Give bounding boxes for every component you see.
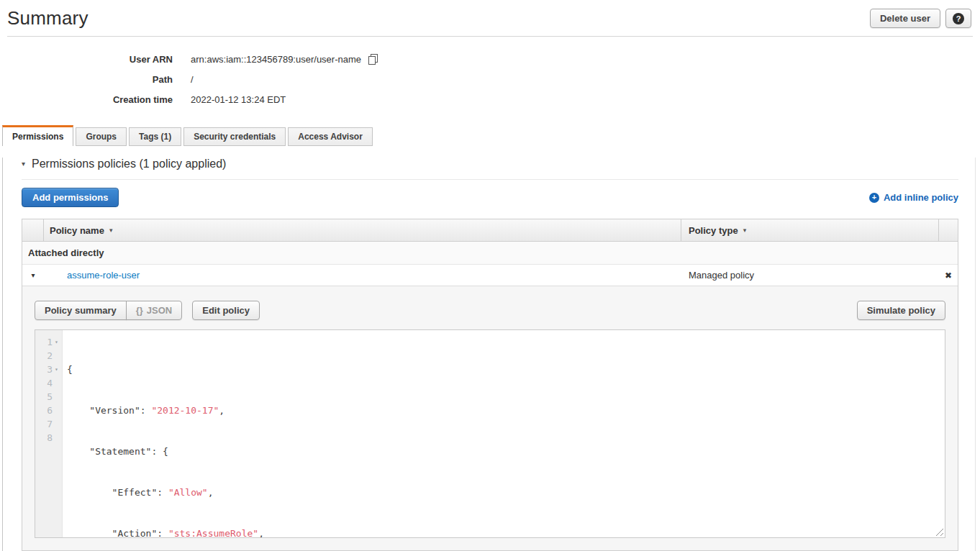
tab-access-advisor[interactable]: Access Advisor bbox=[288, 127, 373, 146]
remove-policy-icon[interactable]: ✖ bbox=[945, 270, 952, 281]
add-permissions-button[interactable]: Add permissions bbox=[22, 188, 119, 207]
header-expand-column bbox=[22, 219, 44, 241]
attached-directly-group-row: Attached directly bbox=[22, 242, 958, 265]
creation-time-label: Creation time bbox=[0, 94, 173, 105]
page-title: Summary bbox=[7, 7, 973, 29]
info-row-path: Path / bbox=[0, 69, 980, 89]
simulate-policy-button[interactable]: Simulate policy bbox=[857, 301, 945, 320]
policy-detail-toolbar: Policy summary {} JSON Edit policy Simul… bbox=[35, 301, 945, 320]
edit-policy-button[interactable]: Edit policy bbox=[192, 301, 260, 320]
add-inline-policy-label: Add inline policy bbox=[884, 192, 958, 203]
code-line: "Action": "sts:AssumeRole", bbox=[67, 527, 945, 538]
section-collapse-icon: ▾ bbox=[22, 160, 25, 168]
help-icon: ? bbox=[953, 13, 964, 24]
policy-table-header: Policy name ▾ Policy type ▾ bbox=[22, 219, 958, 242]
editor-code[interactable]: { "Version": "2012-10-17", "Statement": … bbox=[63, 330, 945, 537]
title-divider bbox=[7, 36, 973, 37]
permissions-tab-panel: ▾ Permissions policies (1 policy applied… bbox=[2, 158, 976, 551]
add-inline-policy-link[interactable]: + Add inline policy bbox=[869, 192, 958, 203]
policy-detail-panel: Policy summary {} JSON Edit policy Simul… bbox=[22, 286, 958, 550]
code-line: "Effect": "Allow", bbox=[67, 486, 945, 499]
plus-circle-icon: + bbox=[869, 193, 879, 203]
policy-actions-row: Add permissions + Add inline policy bbox=[22, 188, 958, 207]
copy-icon[interactable] bbox=[368, 54, 378, 65]
tab-permissions[interactable]: Permissions bbox=[2, 125, 73, 146]
sort-arrow-icon: ▾ bbox=[743, 227, 747, 234]
tab-tags[interactable]: Tags (1) bbox=[129, 127, 181, 146]
user-info: User ARN arn:aws:iam::123456789:user/use… bbox=[0, 49, 980, 109]
policy-row: ▾ assume-role-user Managed policy ✖ bbox=[22, 265, 958, 286]
creation-time-value: 2022-01-12 13:24 EDT bbox=[191, 94, 286, 105]
tab-strip: Permissions Groups Tags (1) Security cre… bbox=[2, 125, 980, 146]
fold-icon[interactable]: ▾ bbox=[53, 335, 60, 349]
info-row-user-arn: User ARN arn:aws:iam::123456789:user/use… bbox=[0, 49, 980, 69]
sort-arrow-icon: ▾ bbox=[109, 227, 113, 234]
fold-icon[interactable]: ▾ bbox=[53, 363, 60, 376]
user-arn-label: User ARN bbox=[0, 54, 173, 65]
row-expand-icon[interactable]: ▾ bbox=[31, 271, 35, 279]
code-line: { bbox=[67, 363, 945, 376]
path-label: Path bbox=[0, 74, 173, 85]
tab-groups[interactable]: Groups bbox=[76, 127, 127, 146]
editor-gutter: 1▾ 2 3▾ 4 5 6 7 8 bbox=[35, 330, 63, 537]
policy-type-header[interactable]: Policy type ▾ bbox=[681, 219, 939, 241]
page-header: Summary Delete user ? bbox=[0, 0, 980, 29]
braces-icon: {} bbox=[136, 305, 143, 316]
policy-table: Policy name ▾ Policy type ▾ Attached dir… bbox=[22, 219, 958, 551]
help-button[interactable]: ? bbox=[945, 9, 971, 28]
policy-type-value: Managed policy bbox=[689, 270, 754, 281]
user-arn-value: arn:aws:iam::123456789:user/user-name bbox=[191, 54, 361, 65]
policy-name-header[interactable]: Policy name ▾ bbox=[44, 219, 681, 241]
path-value: / bbox=[191, 74, 194, 85]
permissions-policies-section-header[interactable]: ▾ Permissions policies (1 policy applied… bbox=[22, 158, 958, 170]
header-remove-column bbox=[939, 219, 958, 241]
code-line: "Statement": { bbox=[67, 445, 945, 458]
info-row-creation-time: Creation time 2022-01-12 13:24 EDT bbox=[0, 89, 980, 109]
header-actions: Delete user ? bbox=[870, 9, 971, 28]
policy-name-link[interactable]: assume-role-user bbox=[67, 270, 140, 281]
delete-user-button[interactable]: Delete user bbox=[870, 9, 940, 28]
section-divider bbox=[22, 179, 958, 180]
json-view-button[interactable]: {} JSON bbox=[126, 301, 183, 320]
tab-security-credentials[interactable]: Security credentials bbox=[183, 127, 286, 146]
policy-summary-button[interactable]: Policy summary bbox=[35, 301, 127, 320]
section-heading: Permissions policies (1 policy applied) bbox=[32, 158, 226, 170]
code-line: "Version": "2012-10-17", bbox=[67, 404, 945, 417]
json-editor[interactable]: 1▾ 2 3▾ 4 5 6 7 8 { "Version": "2012-10-… bbox=[35, 329, 945, 538]
